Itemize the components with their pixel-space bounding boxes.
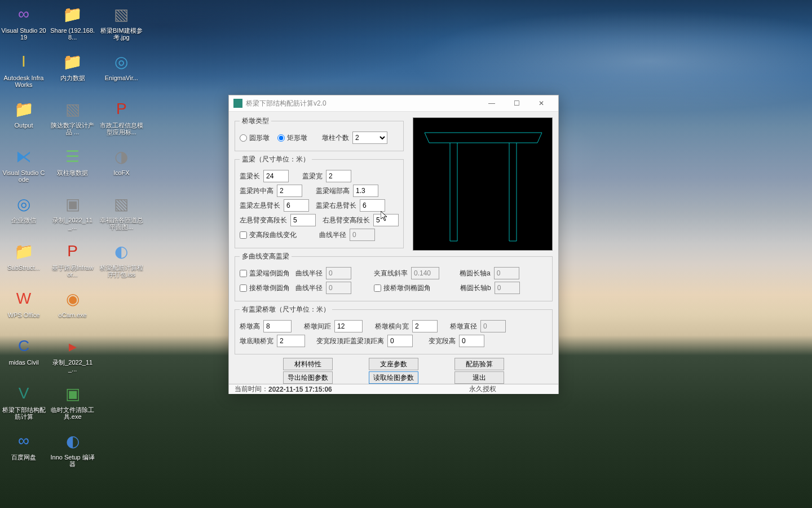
pier-r-label: 曲线半径	[295, 283, 323, 293]
var-top-input[interactable]	[387, 335, 413, 347]
app-glyph-icon: ▣	[61, 192, 85, 216]
desktop-icon[interactable]: ◐桥梁配筋计算程序打包.iss	[98, 237, 145, 284]
cap-midh-input[interactable]	[277, 185, 302, 197]
pier-h-label: 桥墩高	[240, 322, 260, 331]
pier-legend: 有盖梁桥墩（尺寸单位：米）	[240, 305, 332, 314]
exit-button[interactable]: 退出	[454, 371, 504, 384]
end-r-label: 曲线半径	[295, 269, 323, 278]
desktop-icon-label: IcoFX	[113, 169, 130, 176]
material-button[interactable]: 材料特性	[283, 358, 333, 370]
desktop-icon-label: midas Civil	[8, 359, 38, 366]
cap-w-label: 盖梁宽	[302, 172, 323, 181]
desktop-icon[interactable]: ◑IcoFX	[98, 142, 145, 190]
desktop-icon[interactable]: ◉oCam.exe	[49, 284, 96, 332]
var-h-input[interactable]	[459, 335, 484, 347]
button-row-1: 材料特性 支座参数 配筋验算	[235, 358, 553, 370]
app-glyph-icon: ◎	[12, 192, 36, 216]
cap-w-input[interactable]	[326, 170, 351, 182]
export-params-button[interactable]: 导出绘图参数	[283, 371, 333, 384]
import-params-button[interactable]: 读取绘图参数	[369, 371, 418, 384]
desktop-icon[interactable]: IAutodesk InfraWorks	[0, 47, 47, 95]
minimize-button[interactable]: —	[479, 95, 504, 111]
app-glyph-icon: 📁	[12, 239, 36, 263]
desktop-icon[interactable]: ▧陕达数字设计产品 ...	[49, 95, 96, 142]
desktop-icons: ∞Visual Studio 2019IAutodesk InfraWorks📁…	[0, 0, 147, 474]
desktop-icon-label: 企业微信	[11, 217, 36, 224]
pier-count-select[interactable]: 2	[352, 132, 387, 144]
pier-sp-input[interactable]	[334, 320, 363, 332]
desktop-icon[interactable]: ▣录制_2022_11_...	[49, 190, 96, 237]
desktop-icon[interactable]: Cmidas Civil	[0, 332, 47, 379]
desktop-icon[interactable]: ∞百度网盘	[0, 427, 47, 474]
ell-a-label: 椭圆长轴a	[460, 269, 491, 278]
status-time: 2022-11-15 17:15:06	[268, 386, 332, 393]
radio-rect[interactable]: 矩形墩	[277, 133, 307, 143]
desktop-icon[interactable]: V桥梁下部结构配筋计算	[0, 379, 47, 427]
desktop-icon-label: EnigmaVir...	[105, 75, 138, 81]
desktop-icon[interactable]: ◎企业微信	[0, 190, 47, 237]
ell-b-label: 椭圆长轴b	[460, 283, 491, 293]
preview-canvas	[413, 117, 553, 251]
app-glyph-icon: P	[109, 97, 133, 121]
app-glyph-icon: ☰	[61, 144, 85, 168]
desktop-icon[interactable]: ☰双柱墩数据	[49, 142, 96, 190]
radio-round[interactable]: 圆形墩	[240, 133, 270, 143]
desktop-icon[interactable]: ▸录制_2022_11_...	[49, 332, 96, 379]
desktop-icon[interactable]: WWPS Office	[0, 284, 47, 332]
maximize-button[interactable]: ☐	[504, 95, 529, 111]
cap-endh-label: 盖梁端部高	[316, 186, 350, 196]
cap-endh-input[interactable]	[353, 185, 378, 197]
pier-d-input	[480, 320, 506, 332]
desktop-icon[interactable]: P基于路易Infrawor...	[49, 237, 96, 284]
end-r-input	[326, 267, 351, 279]
cap-rcant-input[interactable]	[360, 199, 385, 212]
window-title: 桥梁下部结构配筋计算v2.0	[246, 99, 479, 108]
pier-group: 有盖梁桥墩（尺寸单位：米） 桥墩高 桥墩间距 桥墩横向宽 桥墩直径 墩底顺桥宽 …	[235, 305, 553, 354]
end-fillet-checkbox[interactable]: 盖梁端倒圆角	[240, 269, 290, 278]
cap-lcant-input[interactable]	[284, 199, 309, 212]
desktop-icon-label: Visual Studio 2019	[1, 27, 46, 41]
cap-len-input[interactable]	[263, 170, 289, 182]
multicurve-group: 多曲线变高盖梁 盖梁端倒圆角 曲线半径 夹直线斜率 椭圆长轴a 接桥墩倒圆角 曲…	[235, 252, 553, 301]
desktop-icon[interactable]: ▧桥梁BIM建模参考.jpg	[98, 0, 145, 47]
desktop-icon[interactable]: ◐Inno Setup 编译器	[49, 427, 96, 474]
desktop-icon-label: 录制_2022_11_...	[50, 217, 95, 230]
capbeam-group: 盖梁（尺寸单位：米） 盖梁长 盖梁宽 盖梁跨中高 盖梁端部高 盖梁左悬臂长 盖梁	[235, 155, 404, 248]
desktop-icon[interactable]: ▧幸福路各匝道总平面图...	[98, 190, 145, 237]
multicurve-legend: 多曲线变高盖梁	[240, 252, 292, 261]
rvar-input[interactable]	[373, 214, 399, 226]
app-glyph-icon: V	[12, 382, 36, 405]
pier-ell-checkbox[interactable]: 接桥墩倒椭圆角	[374, 283, 431, 293]
curve-checkbox[interactable]: 变高段曲线变化	[240, 230, 297, 240]
desktop-icon[interactable]: 📁SubStruct...	[0, 237, 47, 284]
desktop-icon[interactable]: ∞Visual Studio 2019	[0, 0, 47, 47]
calc-button[interactable]: 配筋验算	[454, 358, 504, 370]
app-glyph-icon: ∞	[12, 2, 36, 26]
desktop-icon-label: 录制_2022_11_...	[50, 359, 95, 373]
app-glyph-icon: I	[12, 50, 36, 73]
desktop-icon[interactable]: ◎EnigmaVir...	[98, 47, 145, 95]
pier-tw-label: 桥墩横向宽	[375, 322, 409, 331]
pier-h-input[interactable]	[263, 320, 292, 332]
app-glyph-icon: ▸	[61, 334, 85, 358]
desktop-icon[interactable]: 📁Share (192.168.8...	[49, 0, 96, 47]
desktop-icon[interactable]: P市政工程信息模型应用标...	[98, 95, 145, 142]
lvar-input[interactable]	[290, 214, 316, 226]
titlebar[interactable]: 桥梁下部结构配筋计算v2.0 — ☐ ✕	[229, 95, 558, 112]
status-time-label: 当前时间：	[235, 384, 268, 394]
desktop-icon-label: 市政工程信息模型应用标...	[99, 122, 144, 135]
pier-fillet-checkbox[interactable]: 接桥墩倒圆角	[240, 283, 290, 293]
desktop-icon[interactable]: 📁Output	[0, 95, 47, 142]
close-button[interactable]: ✕	[529, 95, 554, 111]
desktop-icon[interactable]: ⧔Visual Studio Code	[0, 142, 47, 190]
app-glyph-icon: ▧	[109, 2, 133, 26]
app-glyph-icon: W	[12, 287, 36, 310]
pier-bw-input[interactable]	[277, 335, 305, 347]
desktop-icon-label: 桥梁配筋计算程序打包.iss	[99, 264, 144, 278]
ell-a-input	[494, 267, 519, 279]
bearing-button[interactable]: 支座参数	[369, 358, 418, 370]
desktop-icon[interactable]: 📁内力数据	[49, 47, 96, 95]
desktop-icon[interactable]: ▣临时文件清除工具.exe	[49, 379, 96, 427]
lvar-label: 左悬臂变高段长	[240, 216, 287, 225]
pier-tw-input[interactable]	[412, 320, 438, 332]
